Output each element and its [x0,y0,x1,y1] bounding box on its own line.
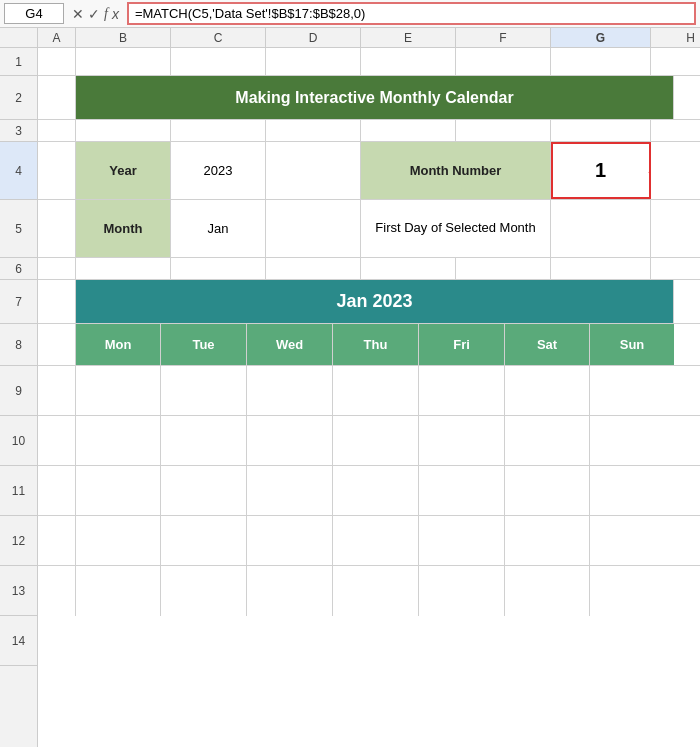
col-header-c[interactable]: C [171,28,266,47]
cell-f3[interactable] [456,120,551,141]
cell-h3[interactable] [651,120,700,141]
cell-a3[interactable] [38,120,76,141]
formula-input[interactable]: =MATCH(C5,'Data Set'!$B$17:$B$28,0) [127,2,696,25]
cell-a7[interactable] [38,280,76,323]
col-header-b[interactable]: B [76,28,171,47]
cell-e12[interactable] [333,516,419,565]
col-header-e[interactable]: E [361,28,456,47]
col-header-f[interactable]: F [456,28,551,47]
cell-a1[interactable] [38,48,76,75]
cell-e13[interactable] [333,566,419,616]
cell-h9[interactable] [590,366,674,415]
row-num-9[interactable]: 9 [0,366,37,416]
cell-a10[interactable] [38,416,76,465]
cell-d10[interactable] [247,416,333,465]
cell-c10[interactable] [161,416,247,465]
cell-f6[interactable] [456,258,551,279]
cell-c3[interactable] [171,120,266,141]
col-header-g[interactable]: G [551,28,651,47]
cell-d4[interactable] [266,142,361,199]
cell-g6[interactable] [551,258,651,279]
row-num-8[interactable]: 8 [0,324,37,366]
cell-c6[interactable] [171,258,266,279]
cell-h6[interactable] [651,258,700,279]
cell-b3[interactable] [76,120,171,141]
cell-ef5-first-day-label[interactable]: First Day of Selected Month [361,200,551,257]
col-header-d[interactable]: D [266,28,361,47]
cell-ef4-month-number-label[interactable]: Month Number [361,142,551,199]
row-num-12[interactable]: 12 [0,516,37,566]
cell-e9[interactable] [333,366,419,415]
cell-d12[interactable] [247,516,333,565]
cell-b5-month-label[interactable]: Month [76,200,171,257]
cell-h11[interactable] [590,466,674,515]
cell-d5[interactable] [266,200,361,257]
cell-g11[interactable] [505,466,590,515]
cell-h10[interactable] [590,416,674,465]
cell-g5[interactable] [551,200,651,257]
cell-b6[interactable] [76,258,171,279]
cell-b4-year-label[interactable]: Year [76,142,171,199]
col-header-a[interactable]: A [38,28,76,47]
cell-a13[interactable] [38,566,76,616]
cell-g1[interactable] [551,48,651,75]
cell-c9[interactable] [161,366,247,415]
row-num-2[interactable]: 2 [0,76,37,120]
cell-b11[interactable] [76,466,161,515]
row-num-3[interactable]: 3 [0,120,37,142]
cell-f11[interactable] [419,466,505,515]
cell-h4[interactable] [651,142,700,199]
cell-reference-box[interactable]: G4 [4,3,64,24]
cell-a6[interactable] [38,258,76,279]
cell-g13[interactable] [505,566,590,616]
cell-g4-month-number-value[interactable]: 1 ◄ [551,142,651,199]
cell-a2[interactable] [38,76,76,119]
row-num-10[interactable]: 10 [0,416,37,466]
cell-c11[interactable] [161,466,247,515]
cell-b9[interactable] [76,366,161,415]
cell-f13[interactable] [419,566,505,616]
cancel-icon[interactable]: ✕ [72,6,84,22]
cell-d13[interactable] [247,566,333,616]
confirm-icon[interactable]: ✓ [88,6,100,22]
cell-d11[interactable] [247,466,333,515]
cell-b1[interactable] [76,48,171,75]
cell-c4-year-value[interactable]: 2023 [171,142,266,199]
cell-g10[interactable] [505,416,590,465]
cell-d6[interactable] [266,258,361,279]
cell-h5[interactable] [651,200,700,257]
cell-f9[interactable] [419,366,505,415]
cell-e1[interactable] [361,48,456,75]
cell-h13[interactable] [590,566,674,616]
cell-b12[interactable] [76,516,161,565]
cell-c5-month-value[interactable]: Jan [171,200,266,257]
cell-e6[interactable] [361,258,456,279]
cell-h12[interactable] [590,516,674,565]
row-num-11[interactable]: 11 [0,466,37,516]
cell-d1[interactable] [266,48,361,75]
cell-e3[interactable] [361,120,456,141]
cell-f1[interactable] [456,48,551,75]
cell-a4[interactable] [38,142,76,199]
cell-e10[interactable] [333,416,419,465]
row-num-6[interactable]: 6 [0,258,37,280]
cell-a9[interactable] [38,366,76,415]
row-num-13[interactable]: 13 [0,566,37,616]
cell-g9[interactable] [505,366,590,415]
cell-c1[interactable] [171,48,266,75]
cell-f12[interactable] [419,516,505,565]
cell-h1[interactable] [651,48,700,75]
cell-b10[interactable] [76,416,161,465]
cell-d9[interactable] [247,366,333,415]
cell-a5[interactable] [38,200,76,257]
row-num-4[interactable]: 4 [0,142,37,200]
cell-g12[interactable] [505,516,590,565]
cell-a8[interactable] [38,324,76,365]
cell-f10[interactable] [419,416,505,465]
row-num-7[interactable]: 7 [0,280,37,324]
cell-a11[interactable] [38,466,76,515]
cell-c13[interactable] [161,566,247,616]
cell-b13[interactable] [76,566,161,616]
cell-c12[interactable] [161,516,247,565]
col-header-h[interactable]: H [651,28,700,47]
